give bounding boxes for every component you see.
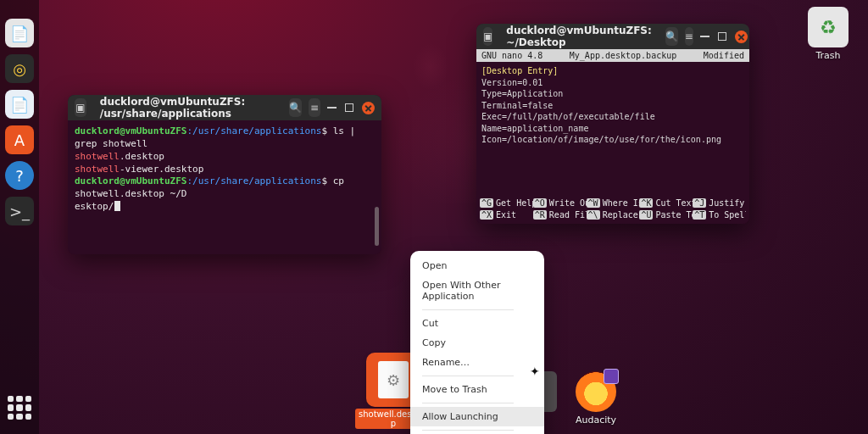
t1-prompt2-sym: $ <box>321 175 332 186</box>
t1-out2b: -viewer.desktop <box>120 164 203 175</box>
nano-app: GNU nano 4.8 <box>481 50 542 62</box>
gear-icon: ⚙ <box>378 361 409 398</box>
ctx-rename[interactable]: Rename… <box>410 353 544 372</box>
launcher-dock: 📄 ◎ 📄 A ? >_ <box>0 0 39 434</box>
nano-l6: Name=application_name <box>481 123 744 135</box>
t1-prompt1-user: ducklord@vmUbuntuZFS <box>75 125 186 136</box>
nano-key-bs: ^\ <box>587 210 600 220</box>
ctx-open[interactable]: Open <box>410 256 544 275</box>
terminal2-body[interactable]: GNU nano 4.8 My_App.desktop.backup Modif… <box>476 49 749 224</box>
cursor-icon <box>114 201 120 211</box>
nano-l1: [Desktop Entry] <box>481 65 744 77</box>
nano-key-r: ^R <box>533 210 547 220</box>
t1-prompt2-cmd-wrap: esktop/ <box>75 201 114 212</box>
nano-key-k-label: Cut Text <box>655 198 693 208</box>
minimize-icon[interactable] <box>700 36 709 37</box>
nano-key-o: ^O <box>533 198 547 208</box>
nano-header: GNU nano 4.8 My_App.desktop.backup Modif… <box>476 49 749 62</box>
search-icon[interactable]: 🔍 <box>289 98 302 117</box>
nano-key-k: ^K <box>639 198 653 208</box>
new-tab-icon[interactable]: ▣ <box>483 27 492 46</box>
terminal-desktop-window[interactable]: ▣ ducklord@vmUbuntuZFS: ~/Desktop 🔍 ≡ GN… <box>476 24 749 224</box>
ctx-open-with[interactable]: Open With Other Application <box>410 275 544 306</box>
separator-icon <box>422 309 514 310</box>
nano-key-t-label: To Spell <box>709 210 746 220</box>
scrollbar-thumb[interactable] <box>375 207 379 246</box>
minimize-icon[interactable] <box>327 107 337 108</box>
dock-files-icon[interactable]: 📄 <box>5 19 34 47</box>
nano-l3: Type=Application <box>481 88 744 100</box>
dock-help-icon[interactable]: ? <box>5 161 34 190</box>
nano-l2: Version=0.01 <box>481 77 744 89</box>
separator-icon <box>422 403 514 403</box>
separator-icon <box>422 376 514 376</box>
nano-key-bs-label: Replace <box>603 210 638 220</box>
nano-key-g-label: Get Help <box>496 198 533 208</box>
ctx-move-to-trash[interactable]: Move to Trash <box>410 380 544 399</box>
separator-icon <box>422 430 514 431</box>
dock-terminal-icon[interactable]: >_ <box>5 197 34 225</box>
new-tab-icon[interactable]: ▣ <box>75 98 86 117</box>
desktop-trash-label: Trash <box>815 51 840 61</box>
terminal2-title: ducklord@vmUbuntuZFS: ~/Desktop <box>506 25 651 48</box>
dock-writer-icon[interactable]: 📄 <box>5 90 34 119</box>
nano-key-o-label: Write Out <box>549 198 587 208</box>
t1-out2a: shotwell <box>75 164 120 175</box>
close-icon[interactable] <box>362 102 375 114</box>
t1-prompt2-user: ducklord@vmUbuntuZFS <box>75 175 186 186</box>
maximize-icon[interactable] <box>345 103 353 112</box>
ctx-cut[interactable]: Cut <box>410 314 544 333</box>
t1-prompt1-sym: $ <box>321 125 332 136</box>
t1-out1b: .desktop <box>120 151 164 162</box>
nano-key-x: ^X <box>480 210 493 220</box>
nano-key-r-label: Read File <box>549 210 587 220</box>
nano-key-t: ^T <box>693 210 706 220</box>
nano-key-u-label: Paste Text <box>655 210 693 220</box>
nano-l7: Icon=/location/of/image/to/use/for/the/i… <box>481 134 744 146</box>
ctx-copy[interactable]: Copy <box>410 333 544 353</box>
nano-file: My_App.desktop.backup <box>570 50 676 62</box>
dock-rhythmbox-icon[interactable]: ◎ <box>5 54 34 83</box>
nano-key-j: ^J <box>693 198 706 208</box>
nano-flag: Modified <box>704 50 744 62</box>
nano-key-w: ^W <box>587 198 600 208</box>
desktop-audacity-label: Audacity <box>576 415 616 426</box>
show-applications-icon[interactable] <box>5 393 34 422</box>
t1-prompt1-path: :/usr/share/applications <box>186 125 321 136</box>
nano-l4: Terminal=false <box>481 100 744 112</box>
nano-l5: Exec=/full/path/of/executable/file <box>481 111 744 123</box>
nano-key-j-label: Justify <box>709 198 744 208</box>
ctx-allow-launching[interactable]: Allow Launching <box>410 407 544 426</box>
nano-key-u: ^U <box>639 210 653 220</box>
trash-icon: ♻ <box>808 7 849 47</box>
close-icon[interactable] <box>735 31 748 43</box>
audacity-icon <box>576 371 616 412</box>
maximize-icon[interactable] <box>718 32 726 41</box>
desktop-audacity[interactable]: Audacity <box>566 371 626 426</box>
context-menu: Open Open With Other Application Cut Cop… <box>410 251 544 434</box>
t1-out1a: shotwell <box>75 151 120 162</box>
search-icon[interactable]: 🔍 <box>665 27 678 46</box>
nano-key-g: ^G <box>480 198 493 208</box>
terminal2-titlebar[interactable]: ▣ ducklord@vmUbuntuZFS: ~/Desktop 🔍 ≡ <box>476 24 749 49</box>
terminal1-title: ducklord@vmUbuntuZFS: /usr/share/applica… <box>100 96 275 120</box>
nano-footer: ^GGet Help ^OWrite Out ^WWhere Is ^KCut … <box>476 196 749 224</box>
dock-software-icon[interactable]: A <box>5 125 34 154</box>
terminal1-titlebar[interactable]: ▣ ducklord@vmUbuntuZFS: /usr/share/appli… <box>68 95 381 120</box>
nano-body: [Desktop Entry] Version=0.01 Type=Applic… <box>476 62 749 149</box>
t1-prompt2-path: :/usr/share/applications <box>186 175 321 186</box>
desktop-trash[interactable]: ♻ Trash <box>798 7 858 61</box>
terminal1-body[interactable]: ducklord@vmUbuntuZFS:/usr/share/applicat… <box>68 120 381 254</box>
menu-icon[interactable]: ≡ <box>309 98 320 117</box>
menu-icon[interactable]: ≡ <box>685 27 693 46</box>
cursor-pointer-icon: ✦ <box>530 364 540 378</box>
nano-key-w-label: Where Is <box>603 198 640 208</box>
terminal-applications-window[interactable]: ▣ ducklord@vmUbuntuZFS: /usr/share/appli… <box>68 95 381 254</box>
nano-key-x-label: Exit <box>496 210 516 220</box>
